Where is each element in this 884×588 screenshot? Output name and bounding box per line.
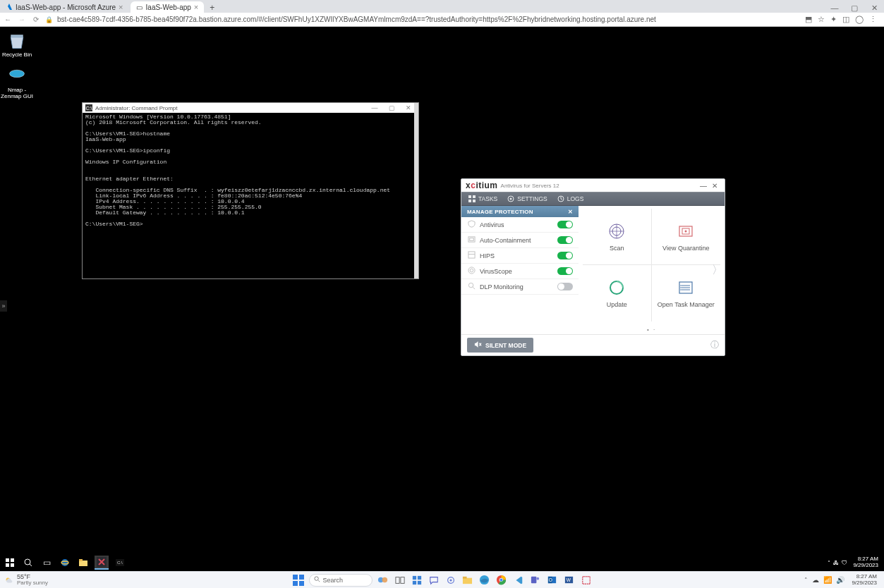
quarantine-icon — [677, 222, 695, 240]
toggle-dlp[interactable] — [557, 283, 573, 290]
minimize-button[interactable]: — — [368, 104, 382, 111]
row-autocontainment: Auto-Containment — [461, 233, 579, 248]
cmd-icon: C:\ — [85, 104, 92, 111]
taskbar-settings-icon[interactable] — [444, 574, 457, 587]
toggle-hips[interactable] — [557, 252, 573, 259]
pager-dots[interactable]: • · — [647, 326, 656, 333]
row-label: DLP Monitoring — [480, 283, 523, 290]
tray-network-icon[interactable]: 🖧 — [833, 560, 839, 566]
svg-rect-55 — [463, 577, 467, 579]
taskbar-word-icon[interactable]: W — [563, 574, 576, 587]
update-icon — [607, 278, 626, 297]
tile-update[interactable]: Update — [583, 265, 652, 321]
taskbar-explorer-icon[interactable] — [461, 574, 474, 587]
tray-chevron-icon[interactable]: ˄ — [804, 577, 808, 584]
remote-clock[interactable]: 8:27 AM 9/29/2023 — [850, 556, 881, 569]
tray-sound-icon[interactable]: 🔊 — [836, 576, 844, 584]
lock-icon[interactable]: 🔒 — [45, 16, 53, 23]
browser-tab-webapp[interactable]: ▭ IaaS-Web-app × — [131, 1, 205, 13]
remote-side-tab[interactable]: » — [0, 300, 7, 312]
extensions-icon[interactable]: ✦ — [830, 15, 837, 24]
close-button[interactable]: ✕ — [401, 104, 416, 111]
row-label: HIPS — [480, 252, 495, 259]
bookmark-icon[interactable]: ☆ — [818, 15, 825, 24]
taskbar-vscode-icon[interactable] — [512, 574, 525, 587]
browser-tab-azure[interactable]: IaaS-Web-app - Microsoft Azure × — [0, 1, 129, 13]
taskbar-copilot-icon[interactable] — [377, 574, 389, 587]
tray-wifi-icon[interactable]: 📶 — [823, 576, 832, 584]
help-icon[interactable]: ⓘ — [710, 339, 719, 351]
svg-point-24 — [680, 287, 682, 288]
desktop-icon-recycle-bin[interactable]: Recycle Bin — [0, 31, 40, 59]
remote-desktop[interactable]: Recycle Bin Nmap - Zenmap GUI » C:\ Admi… — [0, 27, 884, 571]
toggle-viruscope[interactable] — [557, 267, 573, 275]
remote-system-tray[interactable]: ˄ 🖧 🛡 8:27 AM 9/29/2023 — [828, 556, 881, 569]
new-tab-button[interactable]: + — [205, 3, 219, 13]
start-button[interactable] — [3, 556, 17, 570]
reload-button[interactable]: ⟳ — [31, 16, 41, 23]
host-search[interactable]: Search — [309, 574, 373, 587]
menu-settings[interactable]: SETTINGS — [507, 195, 547, 202]
maximize-button[interactable]: ▢ — [385, 104, 399, 111]
next-page-arrow[interactable]: 〉 — [709, 260, 726, 281]
taskbar-edge-icon[interactable] — [478, 574, 491, 587]
close-button[interactable]: ✕ — [709, 182, 720, 190]
tile-scan[interactable]: Scan — [583, 209, 652, 265]
taskbar-ie-icon[interactable] — [58, 556, 72, 570]
toggle-antivirus[interactable] — [557, 221, 573, 228]
close-icon[interactable]: × — [119, 3, 123, 11]
xcitium-titlebar[interactable]: xcitium Antivirus for Servers 12 — ✕ — [461, 179, 725, 192]
svg-rect-29 — [11, 563, 14, 567]
search-icon[interactable] — [21, 556, 35, 570]
minimize-button[interactable]: — — [825, 4, 844, 13]
install-icon[interactable]: ⬒ — [805, 15, 812, 24]
taskbar-teams-icon[interactable] — [529, 574, 542, 587]
taskbar-chrome-icon[interactable] — [495, 574, 508, 587]
svg-rect-68 — [582, 576, 590, 584]
menu-logs[interactable]: LOGS — [557, 195, 584, 202]
taskbar-cmd-icon[interactable]: C:\ — [113, 556, 127, 570]
weather-widget[interactable]: 55°F Partly sunny — [0, 574, 52, 586]
xcitium-window[interactable]: xcitium Antivirus for Servers 12 — ✕ TAS… — [461, 178, 725, 356]
close-button[interactable]: ✕ — [864, 4, 884, 13]
tray-onedrive-icon[interactable]: ☁ — [812, 576, 819, 584]
taskbar-chat-icon[interactable] — [428, 574, 440, 587]
close-icon[interactable]: × — [194, 3, 198, 11]
side-panel-icon[interactable]: ◫ — [842, 15, 849, 24]
row-hips: HIPS — [461, 248, 579, 264]
task-view-icon[interactable]: ▭ — [40, 556, 54, 570]
panel-close-icon[interactable]: ✕ — [568, 209, 573, 215]
taskbar-snip-icon[interactable] — [580, 574, 593, 587]
command-prompt-output[interactable]: Microsoft Windows [Version 10.0.17763.48… — [83, 113, 418, 278]
forward-button[interactable]: → — [17, 16, 27, 23]
desktop-icon-nmap[interactable]: Nmap - Zenmap GUI — [0, 66, 40, 100]
tile-quarantine[interactable]: View Quarantine — [652, 209, 721, 265]
start-button[interactable] — [292, 574, 305, 587]
taskbar-taskview-icon[interactable] — [394, 574, 406, 587]
url-text[interactable]: bst-cae4c589-7cdf-4356-b785-bea45f90f72a… — [57, 16, 801, 23]
svg-point-20 — [685, 230, 687, 232]
tray-shield-icon[interactable]: 🛡 — [842, 560, 847, 566]
tray-chevron-icon[interactable]: ˄ — [828, 560, 830, 566]
command-prompt-window[interactable]: C:\ Administrator: Command Prompt — ▢ ✕ … — [82, 102, 419, 279]
panel-header: MANAGE PROTECTION ✕ — [461, 206, 579, 217]
menu-tasks[interactable]: TASKS — [468, 195, 497, 202]
maximize-button[interactable]: ▢ — [844, 4, 864, 13]
command-prompt-titlebar[interactable]: C:\ Administrator: Command Prompt — ▢ ✕ — [83, 103, 418, 113]
taskbar-explorer-icon[interactable] — [76, 556, 90, 570]
scrollbar[interactable] — [414, 103, 418, 278]
toggle-autocontainment[interactable] — [557, 236, 573, 244]
back-button[interactable]: ← — [3, 16, 13, 23]
taskbar-widgets-icon[interactable] — [411, 574, 423, 587]
taskbar-outlook-icon[interactable]: O — [546, 574, 559, 587]
profile-icon[interactable]: ◯ — [855, 15, 864, 24]
svg-text:O: O — [549, 577, 552, 582]
menu-label: SETTINGS — [517, 195, 547, 202]
taskbar-xcitium-icon[interactable] — [95, 556, 109, 570]
kebab-menu-icon[interactable]: ⋮ — [869, 15, 877, 24]
svg-point-14 — [470, 269, 473, 272]
minimize-button[interactable]: — — [698, 182, 709, 190]
host-clock[interactable]: 8:27 AM 9/29/2023 — [849, 574, 880, 587]
container-icon — [467, 235, 476, 245]
silent-mode-button[interactable]: SILENT MODE — [467, 338, 533, 353]
